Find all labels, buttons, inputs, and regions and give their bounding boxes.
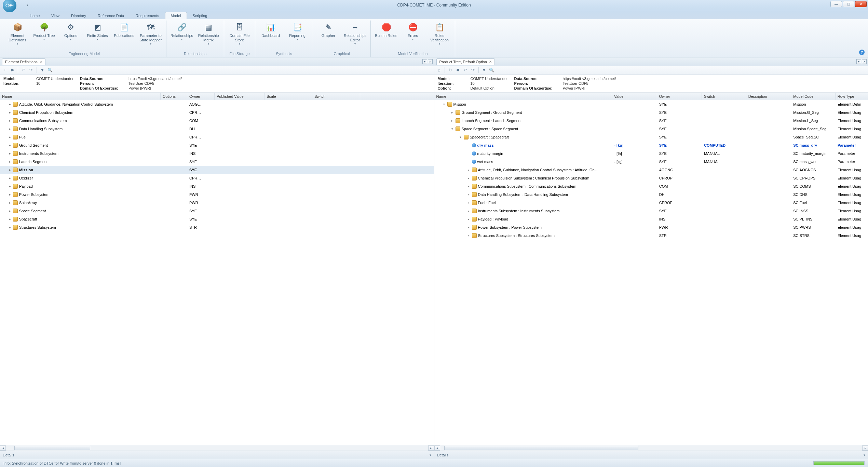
- expand-icon[interactable]: ▸: [8, 160, 12, 163]
- expand-icon[interactable]: ▸: [467, 234, 471, 237]
- home-icon[interactable]: ⌂: [436, 67, 442, 73]
- scroll-right-icon[interactable]: ▸: [862, 445, 868, 451]
- table-row[interactable]: ▸Structures SubsystemSTR: [0, 223, 434, 231]
- expand-icon[interactable]: ▸: [8, 193, 12, 196]
- left-details-bar[interactable]: Details ▾: [0, 451, 434, 459]
- app-orb-icon[interactable]: CDP4: [3, 0, 16, 12]
- table-row[interactable]: ▸Chemical Propulsion SubsystemCPR…: [0, 108, 434, 117]
- ribbon-element-definitions-button[interactable]: 📦Element Definitions▾: [5, 21, 30, 51]
- expand-icon[interactable]: ▾: [443, 103, 446, 106]
- expand-icon[interactable]: ▸: [8, 144, 12, 147]
- ribbon-parameter-to-state-mapper-button[interactable]: 🗺Parameter to State Mapper▾: [138, 21, 163, 51]
- right-hscroll[interactable]: ◂ ▸: [434, 445, 868, 451]
- table-row[interactable]: ▸Structures Subsystem : Structures Subsy…: [434, 231, 868, 240]
- search-icon[interactable]: 🔍: [47, 67, 53, 73]
- expand-icon[interactable]: ▸: [8, 135, 12, 139]
- table-row[interactable]: ▸PayloadINS: [0, 182, 434, 190]
- table-row[interactable]: ▸Instruments Subsystem : Instruments Sub…: [434, 207, 868, 215]
- chevron-down-icon[interactable]: ▾: [430, 453, 431, 457]
- right-grid-body[interactable]: ▾MissionSYEMissionElement Defin▸Ground S…: [434, 100, 868, 445]
- close-icon[interactable]: ✕: [40, 60, 42, 64]
- filter-icon[interactable]: ▼: [482, 67, 487, 73]
- ribbon-relationship-matrix-button[interactable]: ▦Relationship Matrix▾: [196, 21, 221, 51]
- ribbon-built-in-rules-button[interactable]: 🛑Built In Rules: [374, 21, 399, 51]
- table-row[interactable]: ▸Payload : PayloadINSSC.PL_INSElement Us…: [434, 215, 868, 223]
- ribbon-dashboard-button[interactable]: 📊Dashboard: [258, 21, 283, 51]
- menu-tab-model[interactable]: Model: [165, 12, 187, 19]
- menu-tab-home[interactable]: Home: [24, 12, 45, 19]
- table-row[interactable]: ▸Data Handling Subsystem : Data Handling…: [434, 190, 868, 199]
- ribbon-errors-button[interactable]: ⛔Errors▾: [400, 21, 425, 51]
- ribbon-finite-states-button[interactable]: ◩Finite States▾: [85, 21, 110, 51]
- expand-icon[interactable]: ▸: [8, 103, 12, 106]
- table-row[interactable]: ▾Space Segment : Space SegmentSYEMission…: [434, 125, 868, 133]
- scroll-left-icon[interactable]: ◂: [434, 445, 440, 451]
- expand-icon[interactable]: ▸: [467, 193, 471, 196]
- menu-tab-requirements[interactable]: Requirements: [130, 12, 165, 19]
- tab-dropdown-icon[interactable]: ▾: [856, 59, 861, 64]
- expand-icon[interactable]: ▸: [467, 201, 471, 204]
- expand-icon[interactable]: ▸: [467, 168, 471, 172]
- expand-icon[interactable]: ▸: [8, 217, 12, 221]
- nav-fwd-icon[interactable]: ↷: [470, 67, 476, 73]
- table-row[interactable]: ▸Instruments SubsystemINS: [0, 149, 434, 158]
- delete-icon[interactable]: ✖: [455, 67, 461, 73]
- left-hscroll[interactable]: ◂ ▸: [0, 445, 434, 451]
- col-owner[interactable]: Owner: [657, 93, 702, 100]
- expand-icon[interactable]: ▸: [451, 111, 454, 114]
- expand-icon[interactable]: ▸: [8, 176, 12, 180]
- search-icon[interactable]: 🔍: [489, 67, 494, 73]
- col-row-type[interactable]: Row Type: [836, 93, 868, 100]
- expand-icon[interactable]: ▾: [459, 135, 462, 139]
- delete-icon[interactable]: ✖: [10, 67, 15, 73]
- tab-close-icon[interactable]: ✕: [428, 59, 433, 64]
- expand-icon[interactable]: ▸: [8, 168, 12, 172]
- expand-icon[interactable]: ▸: [8, 185, 12, 188]
- ribbon-options-button[interactable]: ⚙Options▾: [58, 21, 83, 51]
- table-row[interactable]: ▸Attitude, Orbit, Guidance, Navigation C…: [434, 166, 868, 174]
- table-row[interactable]: ▸Fuel : FuelCPROPSC.FuelElement Usag: [434, 199, 868, 207]
- left-doc-tab[interactable]: Element Definitions ✕: [2, 58, 45, 65]
- col-switch[interactable]: Switch: [702, 93, 746, 100]
- table-row[interactable]: ▸Data Handling SubsystemDH: [0, 125, 434, 133]
- expand-icon[interactable]: ▸: [467, 209, 471, 213]
- add-icon[interactable]: ＋: [2, 67, 8, 73]
- col-scale[interactable]: Scale: [265, 93, 312, 100]
- table-row[interactable]: ▸SolarArrayPWR: [0, 199, 434, 207]
- expand-icon[interactable]: ▸: [8, 201, 12, 204]
- scroll-thumb[interactable]: [14, 446, 90, 450]
- tab-dropdown-icon[interactable]: ▾: [422, 59, 427, 64]
- table-row[interactable]: ▸SpacecraftSYE: [0, 215, 434, 223]
- left-grid-body[interactable]: ▸Attitude, Orbit, Guidance, Navigation C…: [0, 100, 434, 445]
- ribbon-publications-button[interactable]: 📄Publications: [111, 21, 137, 51]
- ribbon-product-tree-button[interactable]: 🌳Product Tree▾: [31, 21, 57, 51]
- expand-icon[interactable]: ▾: [451, 127, 454, 131]
- scroll-thumb[interactable]: [444, 446, 638, 450]
- table-row[interactable]: ▸Attitude, Orbit, Guidance, Navigation C…: [0, 100, 434, 108]
- right-doc-tab[interactable]: Product Tree, Default Option ✕: [436, 58, 495, 65]
- ribbon-relationships-button[interactable]: 🔗Relationships▾: [169, 21, 194, 51]
- table-row[interactable]: maturity margin- [%]SYEMANUALSC.maturity…: [434, 149, 868, 158]
- ribbon-domain-file-store-button[interactable]: 🗄Domain File Store▾: [227, 21, 252, 51]
- table-row[interactable]: ▸FuelCPR…: [0, 133, 434, 141]
- ribbon-reporting-button[interactable]: 📑Reporting▾: [285, 21, 310, 51]
- table-row[interactable]: ▸OxidizerCPR…: [0, 174, 434, 182]
- scroll-right-icon[interactable]: ▸: [428, 445, 434, 451]
- menu-tab-directory[interactable]: Directory: [65, 12, 92, 19]
- table-row[interactable]: ▸Chemical Propulsion Subsystem : Chemica…: [434, 174, 868, 182]
- expand-icon[interactable]: ▸: [8, 152, 12, 155]
- menu-tab-view[interactable]: View: [45, 12, 65, 19]
- right-details-bar[interactable]: Details ▾: [434, 451, 868, 459]
- chevron-down-icon[interactable]: ▾: [864, 453, 865, 457]
- expand-icon[interactable]: ▸: [451, 119, 454, 122]
- menu-tab-scripting[interactable]: Scripting: [187, 12, 213, 19]
- table-row[interactable]: wet mass- [kg]SYEMANUALSC.mass_wetParame…: [434, 158, 868, 166]
- table-row[interactable]: ▸Communications Subsystem : Communicatio…: [434, 182, 868, 190]
- col-owner[interactable]: Owner: [187, 93, 215, 100]
- table-row[interactable]: ▸Power SubsystemPWR: [0, 190, 434, 199]
- minimize-button[interactable]: —: [830, 1, 842, 7]
- filter-icon[interactable]: ▼: [40, 67, 45, 73]
- nav-back-icon[interactable]: ↶: [463, 67, 468, 73]
- expand-icon[interactable]: ▸: [467, 185, 471, 188]
- table-row[interactable]: ▸Ground SegmentSYE: [0, 141, 434, 149]
